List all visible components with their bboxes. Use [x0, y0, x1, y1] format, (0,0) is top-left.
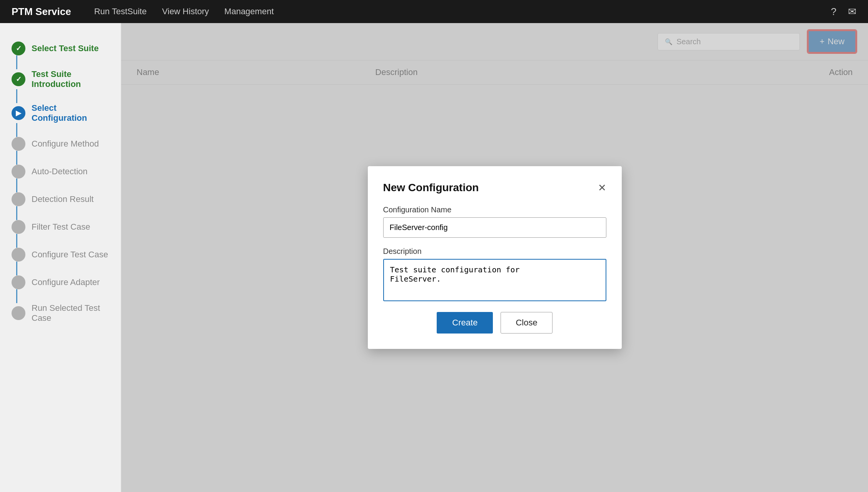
sidebar-item-test-suite-intro[interactable]: ✓ Test Suite Introduction: [8, 62, 113, 96]
sidebar-label-5: Detection Result: [32, 194, 93, 204]
modal-actions: Create Close: [383, 312, 606, 334]
step-circle-7: [12, 248, 25, 262]
step-circle-5: [12, 192, 25, 206]
close-button[interactable]: Close: [501, 312, 552, 334]
step-circle-6: [12, 220, 25, 234]
modal-overlay: New Configuration ✕ Configuration Name D…: [121, 23, 868, 492]
step-circle-1: ✓: [12, 72, 25, 86]
sidebar-item-select-configuration[interactable]: ▶ Select Configuration: [8, 96, 113, 130]
app-brand: PTM Service: [12, 6, 71, 18]
nav-management[interactable]: Management: [224, 7, 274, 17]
description-label: Description: [383, 247, 606, 256]
step-circle-2: ▶: [12, 106, 25, 120]
step-circle-9: [12, 306, 25, 320]
sidebar-item-auto-detection[interactable]: Auto-Detection: [8, 158, 113, 185]
config-name-label: Configuration Name: [383, 205, 606, 214]
sidebar-item-configure-method[interactable]: Configure Method: [8, 130, 113, 158]
description-field: Description <span class="desc-text" data…: [383, 247, 606, 303]
sidebar-label-0: Select Test Suite: [32, 43, 98, 53]
sidebar-label-7: Configure Test Case: [32, 250, 108, 260]
create-button[interactable]: Create: [437, 312, 493, 334]
sidebar-label-4: Auto-Detection: [32, 167, 88, 177]
new-configuration-modal: New Configuration ✕ Configuration Name D…: [368, 166, 622, 349]
sidebar: ✓ Select Test Suite ✓ Test Suite Introdu…: [0, 23, 121, 492]
topnav-right-icons: ? ✉: [831, 6, 856, 18]
sidebar-label-6: Filter Test Case: [32, 222, 90, 232]
sidebar-label-1: Test Suite Introduction: [32, 69, 109, 89]
config-name-input[interactable]: [383, 217, 606, 238]
sidebar-item-run-selected-test-case[interactable]: Run Selected Test Case: [8, 296, 113, 330]
step-circle-8: [12, 275, 25, 289]
sidebar-item-configure-adapter[interactable]: Configure Adapter: [8, 269, 113, 296]
step-circle-0: ✓: [12, 42, 25, 55]
modal-title: New Configuration: [383, 182, 479, 194]
sidebar-label-3: Configure Method: [32, 139, 99, 149]
nav-view-history[interactable]: View History: [162, 7, 209, 17]
step-circle-3: [12, 137, 25, 151]
nav-run-testsuite[interactable]: Run TestSuite: [94, 7, 147, 17]
modal-close-button[interactable]: ✕: [598, 183, 606, 193]
mail-icon[interactable]: ✉: [848, 6, 856, 18]
sidebar-label-9: Run Selected Test Case: [32, 303, 109, 323]
step-circle-4: [12, 165, 25, 178]
help-icon[interactable]: ?: [831, 6, 836, 18]
sidebar-item-select-test-suite[interactable]: ✓ Select Test Suite: [8, 35, 113, 62]
sidebar-label-8: Configure Adapter: [32, 277, 100, 287]
main-layout: ✓ Select Test Suite ✓ Test Suite Introdu…: [0, 23, 868, 492]
top-navigation: PTM Service Run TestSuite View History M…: [0, 0, 868, 23]
sidebar-item-configure-test-case[interactable]: Configure Test Case: [8, 241, 113, 269]
modal-header: New Configuration ✕: [383, 182, 606, 194]
sidebar-item-detection-result[interactable]: Detection Result: [8, 185, 113, 213]
sidebar-label-2: Select Configuration: [32, 103, 109, 123]
config-name-field: Configuration Name: [383, 205, 606, 238]
sidebar-item-filter-test-case[interactable]: Filter Test Case: [8, 213, 113, 241]
main-content: 🔍 + New Name Description Action New Conf…: [121, 23, 868, 492]
description-textarea[interactable]: <span class="desc-text" data-name="desc-…: [383, 259, 606, 301]
